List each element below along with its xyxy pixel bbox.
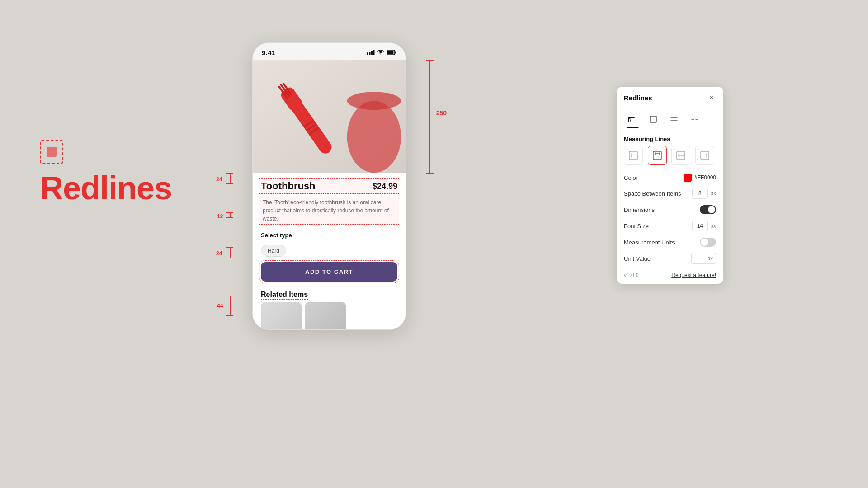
font-size-value-row: px <box>692 221 716 231</box>
unit-value-input[interactable] <box>691 253 716 264</box>
svg-rect-3 <box>373 50 375 55</box>
space-between-row: Space Between Items px <box>617 185 723 202</box>
svg-rect-22 <box>629 151 637 160</box>
measurement-units-toggle[interactable] <box>700 238 716 247</box>
product-name: Toothbrush <box>261 180 316 192</box>
panel-tabs <box>617 107 723 131</box>
ml-btn-2[interactable] <box>648 146 667 165</box>
status-bar: 9:41 <box>253 43 406 60</box>
measuring-lines-title: Measuring Lines <box>617 131 723 146</box>
tab-box[interactable] <box>645 112 662 127</box>
svg-rect-21 <box>650 116 656 122</box>
space-between-input[interactable] <box>692 188 708 199</box>
tab-measure[interactable] <box>624 112 641 127</box>
close-button[interactable]: × <box>707 93 716 102</box>
ml-icon-3 <box>676 150 686 160</box>
add-to-cart-button[interactable]: ADD TO CART <box>261 262 397 282</box>
related-items-row <box>261 302 397 330</box>
spacing-tick-top-4 <box>226 296 233 296</box>
add-to-cart-wrap: ADD TO CART <box>253 257 406 287</box>
dash-icon <box>690 115 699 124</box>
select-type-label: Select type <box>261 232 292 239</box>
space-between-unit: px <box>710 190 716 197</box>
measure-icon <box>628 115 637 124</box>
panel-title: Redlines <box>624 94 652 102</box>
spacing-tick-top-2 <box>226 212 233 213</box>
ml-btn-3[interactable] <box>671 146 690 165</box>
spacing-24-bottom-label: 24 <box>216 250 222 257</box>
spacing-line-24-bottom <box>230 247 231 258</box>
phone-frame: 9:41 <box>252 42 406 330</box>
product-info: Toothbrush $24.99 <box>253 173 406 192</box>
panel-footer: v1.0.0 Request a feature! <box>617 268 723 284</box>
unit-value-row: Unit Value <box>617 250 723 267</box>
measuring-lines-grid <box>617 146 723 170</box>
svg-rect-1 <box>369 52 371 55</box>
status-icons <box>367 50 396 55</box>
spacing-line-24-top <box>230 173 231 183</box>
ml-icon-2 <box>652 150 662 160</box>
spacing-44-label: 44 <box>217 303 223 309</box>
space-between-value-row: px <box>692 188 716 199</box>
spacing-24-top-label: 24 <box>216 176 222 183</box>
product-description: The 'Tooth' eco-friendly toothbrush is a… <box>263 198 396 223</box>
color-row: Color #FF0000 <box>617 170 723 185</box>
ml-btn-4[interactable] <box>695 146 714 165</box>
font-size-row: Font Size px <box>617 217 723 235</box>
spacing-tick-top-1 <box>226 173 233 174</box>
height-tick-top <box>426 60 434 61</box>
box-icon <box>649 115 658 124</box>
color-hex: #FF0000 <box>694 174 716 181</box>
version-label: v1.0.0 <box>624 272 639 278</box>
select-type-section: Select type Hard <box>253 225 406 257</box>
signal-icon <box>367 50 375 55</box>
spacing-tick-bottom-3 <box>226 258 233 258</box>
brand-title: Redlines <box>40 172 172 204</box>
tab-lines[interactable] <box>665 112 683 127</box>
ml-icon-1 <box>628 150 638 160</box>
request-feature-link[interactable]: Request a feature! <box>671 272 716 278</box>
redlines-panel: Redlines × <box>617 87 723 284</box>
lines-icon <box>670 115 679 124</box>
spacing-tick-top-3 <box>226 247 233 248</box>
product-title-row: Toothbrush $24.99 <box>261 180 397 192</box>
ml-btn-1[interactable] <box>624 146 643 165</box>
related-item-card-1[interactable] <box>261 302 302 330</box>
svg-rect-0 <box>367 52 368 55</box>
color-swatch[interactable] <box>684 174 692 182</box>
measurement-units-label: Measurement Units <box>624 239 675 246</box>
ml-icon-4 <box>700 150 710 160</box>
height-tick-bottom <box>426 173 434 174</box>
phone-mockup-container: 250 24 12 24 44 9:41 <box>252 42 406 330</box>
toothbrush-illustration <box>253 60 406 173</box>
tab-dash[interactable] <box>686 112 703 127</box>
branding-section: Redlines <box>40 140 172 204</box>
svg-rect-25 <box>701 151 709 160</box>
battery-icon <box>387 50 396 55</box>
svg-point-19 <box>347 101 401 173</box>
space-between-label: Space Between Items <box>624 190 681 197</box>
product-description-section: The 'Tooth' eco-friendly toothbrush is a… <box>253 197 406 225</box>
product-price: $24.99 <box>373 182 397 191</box>
product-description-wrap: The 'Tooth' eco-friendly toothbrush is a… <box>261 197 397 225</box>
svg-rect-6 <box>387 51 394 54</box>
type-chip-hard[interactable]: Hard <box>261 245 286 257</box>
status-time: 9:41 <box>262 49 275 56</box>
dimensions-label: Dimensions <box>624 206 655 213</box>
svg-point-20 <box>347 92 401 110</box>
font-size-unit: px <box>710 223 716 229</box>
spacing-tick-bottom-2 <box>226 217 233 218</box>
font-size-input[interactable] <box>692 221 708 231</box>
svg-rect-23 <box>653 151 661 160</box>
svg-rect-2 <box>371 51 373 55</box>
related-items-section: Related Items <box>253 287 406 330</box>
product-image <box>253 60 406 173</box>
spacing-12-label: 12 <box>217 213 223 220</box>
dashed-box-icon <box>40 140 63 164</box>
font-size-label: Font Size <box>624 223 649 230</box>
spacing-line-44 <box>230 296 231 315</box>
dimensions-row: Dimensions <box>617 202 723 217</box>
dimensions-toggle[interactable] <box>700 205 716 214</box>
related-item-card-2[interactable] <box>305 302 346 330</box>
related-items-title: Related Items <box>261 291 308 299</box>
